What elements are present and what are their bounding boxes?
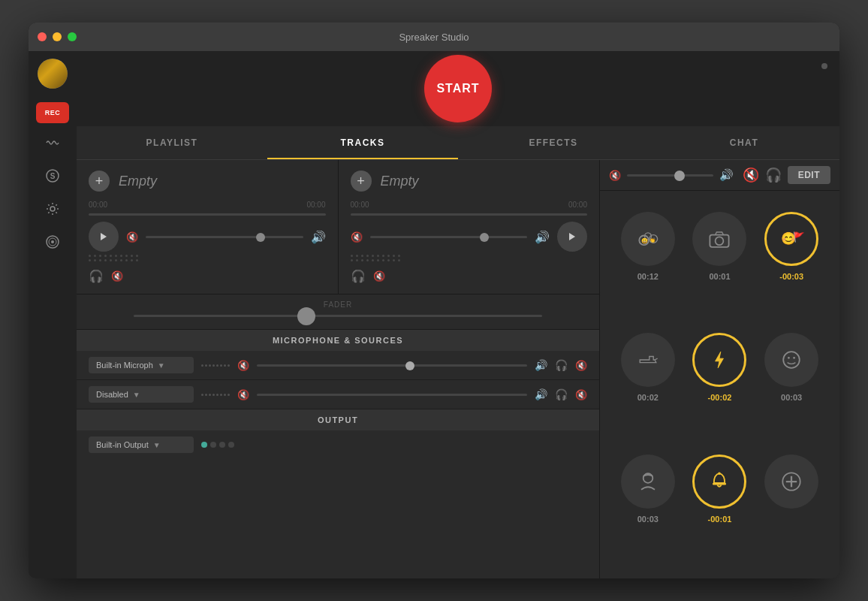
track1-volume-up-icon[interactable]: 🔊 — [311, 230, 326, 244]
fader-label: FADER — [89, 300, 587, 309]
fader-knob[interactable] — [297, 307, 315, 325]
effect-button-1[interactable]: 😀 👏 — [621, 212, 675, 266]
track1-mute-icon[interactable]: 🔇 — [126, 231, 138, 243]
source1-chevron: ▼ — [158, 361, 165, 370]
effects-controls: 🔇 🔊 🔇 🎧 EDIT — [600, 160, 839, 191]
effect-button-6[interactable] — [764, 333, 818, 387]
sidebar-item-targets[interactable] — [36, 228, 69, 255]
minimize-button[interactable] — [53, 32, 62, 41]
output-select[interactable]: Built-in Output ▼ — [89, 436, 194, 453]
sidebar-item-waveform[interactable] — [36, 129, 69, 156]
effect-button-4[interactable] — [621, 333, 675, 387]
svg-line-17 — [655, 359, 658, 361]
tab-playlist[interactable]: PLAYLIST — [77, 126, 267, 159]
track2-volume-slider[interactable] — [370, 236, 528, 238]
svg-point-24 — [719, 472, 722, 475]
effect-button-8[interactable] — [692, 455, 746, 509]
track1-add-button[interactable]: + — [89, 171, 110, 192]
source2-volume-slider[interactable] — [257, 394, 527, 396]
close-button[interactable] — [38, 32, 47, 41]
tab-chat[interactable]: CHAT — [649, 126, 839, 159]
tab-tracks[interactable]: TRACKS — [267, 126, 458, 159]
track2-title: Empty — [381, 174, 419, 189]
source2-headphone-icon[interactable]: 🎧 — [555, 388, 568, 400]
start-button[interactable]: START — [424, 55, 492, 122]
effect-cell-7: 00:03 — [612, 445, 684, 566]
rec-button[interactable]: REC — [36, 102, 69, 123]
avatar[interactable] — [38, 59, 68, 89]
track2-mute2-icon[interactable]: 🔇 — [373, 270, 385, 282]
effect-cell-4: 00:02 — [612, 324, 684, 445]
track1-mute2-icon[interactable]: 🔇 — [111, 270, 123, 282]
sidebar: REC S — [29, 51, 77, 578]
track1-headphone-icon[interactable]: 🎧 — [89, 269, 104, 283]
edit-button[interactable]: EDIT — [788, 166, 830, 184]
track2-headphone-icon[interactable]: 🎧 — [351, 269, 366, 283]
source1-select[interactable]: Built-in Microph ▼ — [89, 357, 194, 373]
effects-mute-icon[interactable]: 🔇 — [609, 170, 621, 181]
output-header: OUTPUT — [77, 409, 599, 430]
source-row-2: Disabled ▼ 🔇 🔊 🎧 — [77, 380, 599, 409]
output-section: OUTPUT Built-in Output ▼ — [77, 409, 599, 459]
track1-dots — [89, 255, 326, 261]
track2-add-button[interactable]: + — [351, 171, 372, 192]
track-card-1: + Empty 00:00 00:00 — [77, 160, 339, 294]
fader-track[interactable] — [134, 315, 542, 317]
fader-row: FADER — [77, 294, 599, 330]
svg-point-19 — [783, 352, 800, 369]
track-card-2: + Empty 00:00 00:00 🔇 — [339, 160, 600, 294]
svg-point-5 — [51, 240, 54, 243]
effect5-time: -00:02 — [708, 393, 732, 402]
sidebar-item-skype[interactable]: S — [36, 162, 69, 189]
track1-progress[interactable] — [89, 213, 326, 216]
svg-marker-6 — [101, 233, 107, 240]
output-chevron: ▼ — [153, 441, 161, 449]
source2-volume-icon[interactable]: 🔊 — [535, 388, 547, 400]
track1-time-start: 00:00 — [89, 201, 107, 209]
track1-play-button[interactable] — [89, 222, 119, 252]
out-dot-4 — [228, 442, 234, 448]
effect-button-7[interactable] — [621, 455, 675, 509]
out-dot-1 — [201, 442, 207, 448]
track2-play-button[interactable] — [557, 222, 587, 252]
effect2-time: 00:01 — [709, 272, 730, 281]
track1-volume-slider[interactable] — [146, 236, 303, 238]
effect-button-9[interactable] — [764, 455, 818, 509]
tab-effects[interactable]: EFFECTS — [458, 126, 649, 159]
effects-headphone-icon[interactable]: 🎧 — [765, 167, 782, 183]
source2-level — [201, 394, 230, 396]
effect-button-5[interactable] — [692, 333, 746, 387]
svg-text:S: S — [50, 172, 56, 180]
track2-mute-icon[interactable]: 🔇 — [351, 231, 363, 243]
track2-progress[interactable] — [351, 213, 588, 216]
source1-mute-icon[interactable]: 🔇 — [237, 360, 249, 371]
source2-chevron: ▼ — [133, 391, 140, 399]
source2-mute3-icon[interactable]: 🔇 — [575, 389, 587, 400]
maximize-button[interactable] — [68, 32, 77, 41]
source2-mute-icon[interactable]: 🔇 — [237, 389, 249, 400]
effect-cell-6: 00:03 — [755, 324, 827, 445]
sidebar-item-settings[interactable] — [36, 195, 69, 222]
svg-point-21 — [793, 357, 795, 359]
svg-text:😀: 😀 — [641, 237, 648, 244]
effect8-time: -00:01 — [708, 515, 732, 524]
effect-button-3[interactable]: 😊 🚩 — [764, 212, 818, 266]
top-header: START — [77, 51, 839, 126]
svg-marker-7 — [569, 233, 575, 240]
effects-volume-icon[interactable]: 🔊 — [719, 168, 734, 182]
source1-level — [201, 364, 230, 367]
out-dot-2 — [210, 442, 216, 448]
source1-headphone-icon[interactable]: 🎧 — [555, 359, 568, 371]
effect-button-2[interactable] — [692, 212, 746, 266]
effects-grid: 😀 👏 00:12 — [600, 191, 839, 578]
source1-volume-slider[interactable] — [257, 364, 527, 367]
source1-mute3-icon[interactable]: 🔇 — [575, 360, 587, 371]
effects-volume-slider[interactable] — [627, 174, 713, 177]
source1-volume-icon[interactable]: 🔊 — [535, 359, 547, 371]
effects-mute2-icon[interactable]: 🔇 — [743, 167, 759, 183]
source2-select[interactable]: Disabled ▼ — [89, 386, 194, 403]
tracks-panel: + Empty 00:00 00:00 — [77, 160, 599, 578]
tracks-row: + Empty 00:00 00:00 — [77, 160, 599, 294]
microphone-header: MICROPHONE & SOURCES — [77, 330, 599, 351]
track2-volume-up-icon[interactable]: 🔊 — [535, 230, 550, 244]
